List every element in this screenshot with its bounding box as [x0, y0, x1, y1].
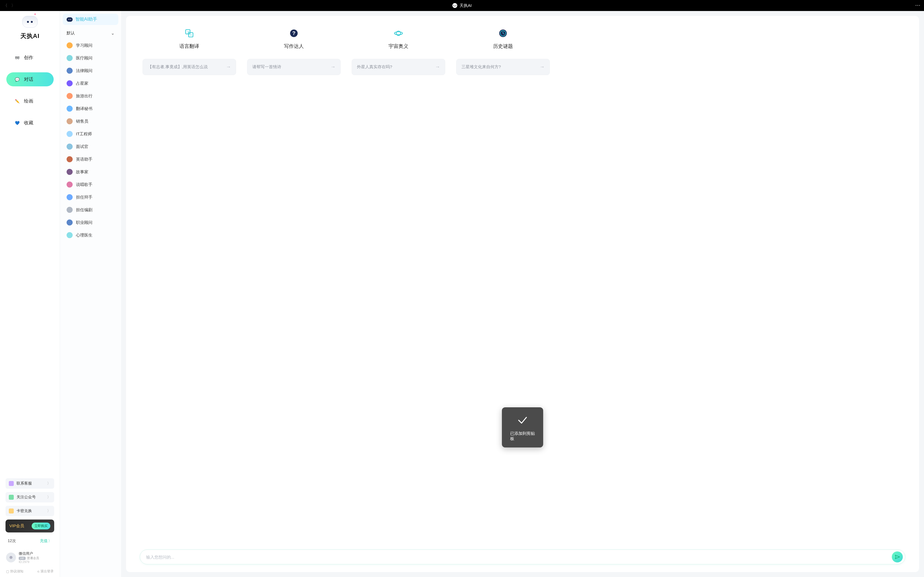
- suggestion-card: 宇宙奥义外星人真实存在吗?→: [352, 29, 445, 75]
- suggestion-query[interactable]: 三星堆文化来自何方?→: [456, 59, 550, 75]
- role-item[interactable]: 旅游出行: [63, 90, 118, 102]
- vip-badge: VIP: [19, 557, 26, 560]
- role-item[interactable]: 担任编剧: [63, 203, 118, 216]
- suggestion-icon: [498, 29, 508, 38]
- user-name: 微信用户: [19, 551, 39, 556]
- suggestion-title: 宇宙奥义: [389, 43, 408, 50]
- favorite-icon: 💙: [15, 120, 20, 126]
- role-item[interactable]: 心理医生: [63, 229, 118, 242]
- default-category[interactable]: 默认 ⌄: [63, 27, 118, 39]
- suggestion-card: 历史谜题三星堆文化来自何方?→: [456, 29, 550, 75]
- nav-arrows: 〈 〉: [3, 3, 15, 8]
- role-item[interactable]: 面试官: [63, 140, 118, 153]
- role-item[interactable]: 学习顾问: [63, 39, 118, 52]
- nav-create[interactable]: ➿ 创作: [6, 51, 54, 64]
- role-label: 学习顾问: [76, 43, 92, 48]
- assistant-header[interactable]: 智能AI助手: [63, 14, 118, 25]
- role-item[interactable]: 英语助手: [63, 153, 118, 166]
- suggestion-icon: ?: [289, 29, 299, 38]
- role-avatar-icon: [66, 232, 73, 238]
- suggestion-text: 三星堆文化来自何方?: [462, 64, 501, 69]
- role-item[interactable]: IT工程师: [63, 127, 118, 140]
- role-item[interactable]: 占星家: [63, 77, 118, 90]
- role-item[interactable]: 医疗顾问: [63, 52, 118, 64]
- follow-account[interactable]: 关注公众号 〉: [5, 492, 54, 503]
- forward-button[interactable]: 〉: [11, 3, 15, 8]
- contact-support[interactable]: 联系客服 〉: [5, 478, 54, 489]
- credit-count: 12次: [8, 538, 16, 543]
- user-info[interactable]: ☻ 微信用户 VIP普通会员 ID:2979: [5, 550, 54, 565]
- vip-card: VIP会员 立即购买: [5, 519, 54, 532]
- chevron-down-icon: ⌄: [111, 31, 115, 36]
- role-label: 担任编剧: [76, 207, 92, 213]
- logout-link[interactable]: ⎋ 退出登录: [37, 569, 54, 574]
- role-label: 英语助手: [76, 157, 92, 162]
- main-area: 文A语言翻译【有志者,事竟成】,用英语怎么说→?写作达人请帮写一首情诗→宇宙奥义…: [121, 11, 924, 577]
- suggestion-query[interactable]: 请帮写一首情诗→: [247, 59, 341, 75]
- role-item[interactable]: 说唱歌手: [63, 178, 118, 191]
- action-label: 联系客服: [16, 481, 32, 486]
- role-list: 学习顾问医疗顾问法律顾问占星家旅游出行翻译秘书销售员IT工程师面试官英语助手故事…: [63, 39, 118, 242]
- chat-input-bar: [140, 550, 905, 564]
- credit-row: 12次 充值 〉: [5, 536, 54, 546]
- assistant-label: 智能AI助手: [75, 16, 97, 22]
- main-panel: 文A语言翻译【有志者,事竟成】,用英语怎么说→?写作达人请帮写一首情诗→宇宙奥义…: [126, 16, 919, 572]
- role-avatar-icon: [66, 207, 73, 213]
- agreement-link[interactable]: ▢ 协议须知: [6, 569, 23, 574]
- role-label: 占星家: [76, 81, 88, 86]
- role-item[interactable]: 翻译秘书: [63, 102, 118, 115]
- draw-icon: ✏️: [15, 98, 20, 104]
- role-item[interactable]: 担任辩手: [63, 191, 118, 203]
- role-avatar-icon: [66, 194, 73, 200]
- role-label: 医疗顾问: [76, 56, 92, 61]
- coupon-icon: [9, 509, 14, 514]
- check-icon: [517, 414, 528, 426]
- send-icon: [895, 554, 900, 560]
- back-button[interactable]: 〈: [3, 3, 7, 8]
- role-avatar-icon: [66, 131, 73, 137]
- nav-favorites[interactable]: 💙 收藏: [6, 116, 54, 130]
- role-item[interactable]: 销售员: [63, 115, 118, 127]
- role-label: 说唱歌手: [76, 182, 92, 187]
- app-title: 天执AI: [460, 3, 472, 8]
- role-avatar-icon: [66, 55, 73, 61]
- role-label: 职业顾问: [76, 220, 92, 225]
- vip-buy-button[interactable]: 立即购买: [32, 522, 50, 529]
- more-menu-button[interactable]: ···: [916, 3, 921, 8]
- topbar: 〈 〉 天执AI ···: [0, 0, 924, 11]
- recharge-link[interactable]: 充值 〉: [40, 538, 52, 543]
- send-button[interactable]: [892, 551, 903, 562]
- nav-list: ➿ 创作 💬 对话 ✏️ 绘画 💙 收藏: [5, 51, 54, 130]
- roles-sidebar: 智能AI助手 默认 ⌄ 学习顾问医疗顾问法律顾问占星家旅游出行翻译秘书销售员IT…: [60, 11, 121, 577]
- assistant-icon: [66, 17, 73, 22]
- nav-draw[interactable]: ✏️ 绘画: [6, 94, 54, 108]
- role-item[interactable]: 职业顾问: [63, 216, 118, 229]
- role-item[interactable]: 法律顾问: [63, 64, 118, 77]
- support-icon: [9, 481, 14, 486]
- redeem-code[interactable]: 卡密兑换 〉: [5, 506, 54, 516]
- app-logo-icon: [452, 3, 457, 8]
- nav-label: 绘画: [24, 98, 33, 104]
- nav-chat[interactable]: 💬 对话: [6, 73, 54, 86]
- suggestion-title: 写作达人: [284, 43, 304, 50]
- arrow-right-icon: →: [435, 64, 440, 70]
- role-label: IT工程师: [76, 131, 92, 137]
- svg-text:A: A: [190, 34, 192, 36]
- chevron-right-icon: 〉: [47, 495, 51, 500]
- create-icon: ➿: [15, 55, 20, 61]
- role-item[interactable]: 故事家: [63, 166, 118, 178]
- role-label: 旅游出行: [76, 93, 92, 99]
- suggestion-query[interactable]: 外星人真实存在吗?→: [352, 59, 445, 75]
- role-avatar-icon: [66, 118, 73, 124]
- default-label: 默认: [66, 31, 75, 36]
- suggestion-icon: [394, 29, 403, 38]
- app-name: 天执AI: [20, 32, 40, 40]
- vip-label: VIP会员: [10, 523, 24, 529]
- action-label: 关注公众号: [16, 495, 36, 500]
- svg-text:?: ?: [292, 30, 295, 36]
- suggestion-query[interactable]: 【有志者,事竟成】,用英语怎么说→: [142, 59, 236, 75]
- nav-label: 收藏: [24, 119, 33, 126]
- suggestion-text: 外星人真实存在吗?: [357, 64, 392, 69]
- chat-input[interactable]: [146, 555, 892, 559]
- suggestion-title: 语言翻译: [179, 43, 199, 50]
